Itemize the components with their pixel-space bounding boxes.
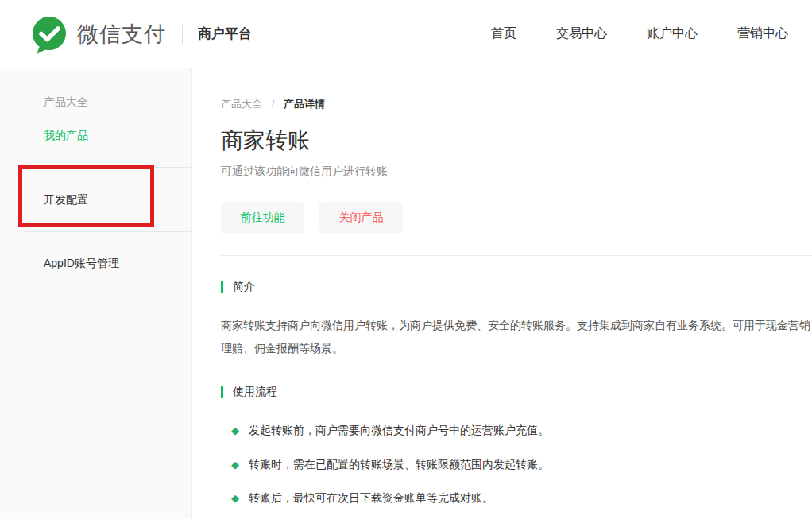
breadcrumb: 产品大全 / 产品详情 — [221, 97, 325, 111]
action-buttons: 前往功能 关闭产品 — [221, 202, 403, 233]
intro-paragraph: 商家转账支持商户向微信用户转账，为商户提供免费、安全的转账服务。支持集成到商家自… — [221, 314, 812, 360]
nav-item-transaction-center[interactable]: 交易中心 — [556, 25, 607, 42]
flow-step-1-text: 发起转账前，商户需要向微信支付商户号中的运营账户充值。 — [249, 424, 549, 437]
sidebar-divider-bottom — [24, 231, 191, 232]
go-to-feature-button[interactable]: 前往功能 — [221, 202, 304, 233]
top-header: 微信支付 商户平台 首页 交易中心 账户中心 营销中心 — [0, 0, 812, 68]
section-intro-title: 简介 — [233, 280, 255, 294]
close-product-button[interactable]: 关闭产品 — [319, 202, 403, 233]
flow-step-2: ◆ 转账时，需在已配置的转账场景、转账限额范围内发起转账。 — [231, 458, 549, 471]
intro-line-1: 商家转账支持商户向微信用户转账，为商户提供免费、安全的转账服务。支持集成到商家自… — [221, 314, 812, 337]
sidebar-item-product-catalog[interactable]: 产品大全 — [44, 95, 88, 110]
wechat-bubble-check-icon — [29, 14, 70, 55]
diamond-bullet-icon: ◆ — [231, 458, 239, 471]
sidebar-divider-top — [24, 167, 191, 168]
sidebar-item-appid-management[interactable]: AppID账号管理 — [44, 257, 119, 271]
content-divider — [221, 255, 812, 256]
section-intro-header: 简介 — [221, 280, 255, 294]
section-flow-header: 使用流程 — [221, 385, 277, 399]
wechat-pay-logo[interactable]: 微信支付 — [29, 14, 166, 55]
nav-item-account-center[interactable]: 账户中心 — [647, 25, 698, 42]
sidebar-item-my-products[interactable]: 我的产品 — [44, 129, 88, 143]
green-bar-icon — [221, 281, 223, 293]
green-bar-icon — [221, 386, 223, 398]
flow-step-3-text: 转账后，最快可在次日下载资金账单等完成对账。 — [249, 491, 493, 505]
header-divider — [182, 25, 183, 44]
flow-step-3: ◆ 转账后，最快可在次日下载资金账单等完成对账。 — [231, 491, 493, 505]
page-title: 商家转账 — [221, 126, 310, 156]
diamond-bullet-icon: ◆ — [231, 424, 239, 437]
portal-label: 商户平台 — [198, 25, 252, 43]
flow-step-2-text: 转账时，需在已配置的转账场景、转账限额范围内发起转账。 — [249, 458, 549, 471]
nav-item-home[interactable]: 首页 — [491, 25, 516, 42]
page-body: 产品大全 我的产品 开发配置 AppID账号管理 产品大全 / 产品详情 商家转… — [0, 68, 812, 519]
breadcrumb-parent[interactable]: 产品大全 — [221, 98, 262, 110]
flow-step-1: ◆ 发起转账前，商户需要向微信支付商户号中的运营账户充值。 — [231, 424, 549, 437]
section-flow-title: 使用流程 — [233, 385, 277, 399]
nav-item-marketing-center[interactable]: 营销中心 — [737, 25, 788, 42]
main-content: 产品大全 / 产品详情 商家转账 可通过该功能向微信用户进行转账 前往功能 关闭… — [192, 68, 812, 519]
breadcrumb-separator: / — [272, 98, 275, 110]
breadcrumb-current: 产品详情 — [284, 98, 325, 110]
top-nav: 首页 交易中心 账户中心 营销中心 — [491, 25, 788, 42]
sidebar: 产品大全 我的产品 开发配置 AppID账号管理 — [0, 68, 192, 519]
diamond-bullet-icon: ◆ — [231, 491, 239, 505]
intro-line-2: 理赔、佣金报酬等场景。 — [221, 337, 812, 360]
logo-text: 微信支付 — [77, 20, 166, 48]
page-subtitle: 可通过该功能向微信用户进行转账 — [221, 165, 388, 179]
sidebar-item-dev-config[interactable]: 开发配置 — [44, 193, 88, 207]
